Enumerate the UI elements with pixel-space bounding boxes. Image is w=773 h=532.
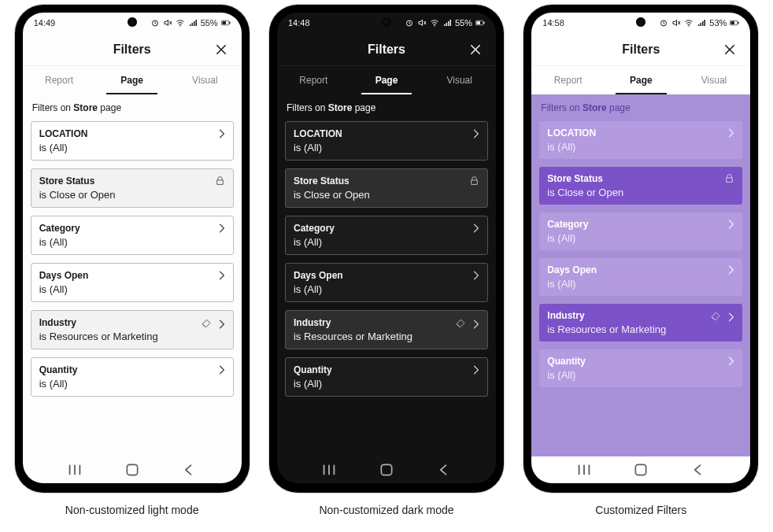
tab-visual[interactable]: Visual — [423, 66, 496, 94]
page-title: Filters — [113, 42, 151, 57]
clear-filter-button[interactable] — [455, 317, 465, 331]
nav-recents-button[interactable] — [570, 461, 598, 478]
svg-point-13 — [689, 25, 690, 26]
content-area[interactable]: Filters on Store page LOCATION is (All) … — [531, 94, 750, 456]
filter-card[interactable]: LOCATION is (All) — [539, 121, 742, 159]
svg-rect-11 — [381, 464, 391, 475]
filter-card-title: Store Status — [294, 175, 479, 187]
close-button[interactable] — [210, 39, 232, 61]
filter-card[interactable]: Category is (All) — [539, 212, 742, 250]
filter-card[interactable]: Industry is Resources or Marketing — [285, 310, 488, 349]
phone-screen: 14:49 55% Filters Report Page — [23, 13, 242, 483]
nav-home-icon — [379, 462, 394, 478]
chevron-right-icon — [473, 319, 479, 330]
filter-card[interactable]: Category is (All) — [285, 216, 488, 255]
filter-card-title: LOCATION — [294, 128, 479, 139]
section-label: Filters on Store page — [285, 101, 488, 113]
filter-card[interactable]: Store Status is Close or Open — [285, 168, 488, 208]
filter-card-title: Category — [547, 219, 734, 230]
phone-frame: 14:58 53% Filters Report Page — [523, 5, 758, 493]
nav-home-icon — [633, 462, 649, 478]
filter-card[interactable]: Days Open is (All) — [539, 258, 742, 296]
filter-card[interactable]: Store Status is Close or Open — [539, 167, 742, 205]
nav-back-button[interactable] — [430, 462, 458, 478]
svg-point-1 — [179, 25, 180, 26]
filter-card-value: is (All) — [294, 283, 479, 295]
tab-page[interactable]: Page — [95, 66, 168, 94]
filter-card[interactable]: Category is (All) — [31, 216, 234, 255]
clear-filter-button[interactable] — [201, 317, 211, 331]
tab-report[interactable]: Report — [277, 66, 350, 94]
nav-home-button[interactable] — [372, 462, 401, 478]
tab-report[interactable]: Report — [531, 66, 605, 94]
android-nav-bar — [23, 456, 242, 483]
svg-rect-5 — [127, 464, 137, 475]
mute-icon — [163, 18, 172, 28]
filter-card[interactable]: LOCATION is (All) — [285, 121, 488, 161]
close-icon — [468, 42, 483, 57]
nav-home-button[interactable] — [627, 462, 655, 478]
nav-recents-button[interactable] — [315, 461, 343, 478]
filter-card-title: Days Open — [39, 270, 225, 281]
svg-rect-4 — [229, 22, 230, 24]
svg-rect-17 — [636, 464, 646, 475]
content-area[interactable]: Filters on Store page LOCATION is (All) … — [23, 94, 242, 456]
filter-card-value: is Close or Open — [294, 189, 479, 201]
android-nav-bar — [531, 456, 750, 483]
clear-filter-button[interactable] — [710, 310, 720, 324]
filter-card[interactable]: Quantity is (All) — [539, 349, 742, 387]
filter-card[interactable]: Industry is Resources or Marketing — [539, 304, 742, 342]
tab-visual[interactable]: Visual — [168, 66, 242, 94]
filter-card-icons — [724, 173, 734, 183]
battery-icon — [475, 18, 485, 28]
filter-card-icons — [219, 128, 225, 139]
chevron-right-icon — [219, 319, 225, 330]
tab-visual[interactable]: Visual — [678, 66, 751, 94]
content-area[interactable]: Filters on Store page LOCATION is (All) … — [277, 94, 496, 456]
filter-card-title: Store Status — [39, 175, 225, 187]
close-button[interactable] — [719, 39, 741, 61]
filter-card[interactable]: LOCATION is (All) — [31, 121, 234, 161]
tab-label: Report — [299, 75, 327, 86]
alarm-icon — [150, 18, 160, 28]
svg-rect-3 — [222, 21, 226, 24]
close-button[interactable] — [464, 39, 486, 61]
tab-label: Report — [554, 75, 583, 86]
nav-recents-icon — [66, 461, 83, 478]
phone-camera — [128, 17, 137, 27]
status-battery: 53% — [709, 18, 727, 28]
tab-page[interactable]: Page — [350, 66, 423, 94]
filter-card[interactable]: Days Open is (All) — [31, 263, 234, 302]
nav-home-button[interactable] — [118, 462, 146, 478]
filter-card[interactable]: Quantity is (All) — [285, 357, 488, 397]
tab-report[interactable]: Report — [23, 66, 96, 94]
filter-card-value: is (All) — [294, 142, 479, 153]
section-bold: Store — [328, 102, 353, 113]
section-suffix: page — [98, 102, 121, 113]
filter-card-title: Category — [39, 223, 225, 234]
mute-icon — [417, 18, 427, 28]
svg-rect-16 — [738, 22, 738, 24]
chevron-right-icon — [473, 223, 479, 234]
nav-back-button[interactable] — [684, 462, 712, 478]
filter-card-value: is (All) — [547, 278, 734, 290]
status-battery: 55% — [455, 18, 472, 28]
phone-frame: 14:48 55% Filters Report Page — [269, 5, 504, 493]
filter-card[interactable]: Days Open is (All) — [285, 263, 488, 302]
phone-frame: 14:49 55% Filters Report Page — [15, 5, 250, 493]
filter-card[interactable]: Industry is Resources or Marketing — [31, 310, 234, 349]
tab-label: Page — [120, 75, 143, 86]
status-right: 55% — [150, 18, 231, 28]
tab-page[interactable]: Page — [605, 66, 678, 94]
lock-icon — [215, 175, 225, 186]
nav-back-button[interactable] — [175, 462, 203, 478]
filter-card-title: Industry — [547, 310, 734, 321]
nav-recents-button[interactable] — [61, 461, 89, 478]
signal-icon — [697, 18, 706, 28]
eraser-icon — [201, 318, 211, 328]
title-bar: Filters — [23, 33, 242, 66]
filter-card[interactable]: Store Status is Close or Open — [31, 168, 234, 208]
phone-screen: 14:58 53% Filters Report Page — [531, 13, 750, 483]
filter-card-icons — [473, 364, 479, 375]
filter-card[interactable]: Quantity is (All) — [31, 357, 234, 397]
